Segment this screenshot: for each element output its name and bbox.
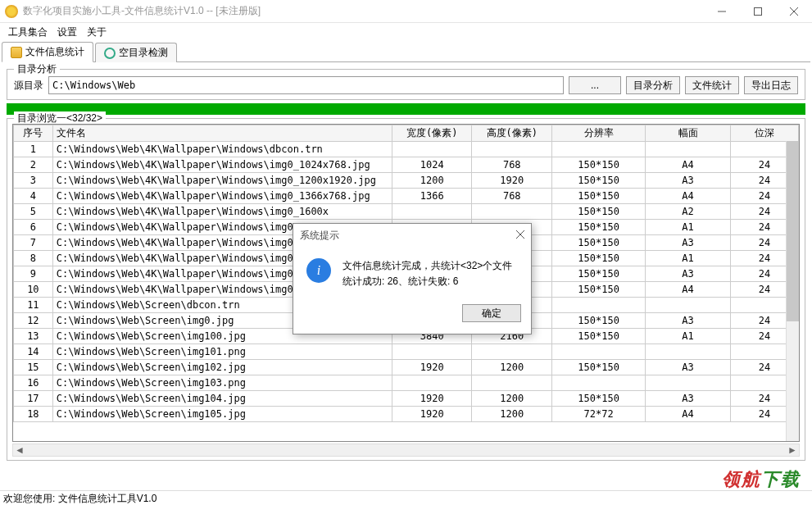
- cell-fmt: A3: [646, 391, 731, 407]
- window-title: 数字化项目实施小工具-文件信息统计V1.0 -- [未注册版]: [23, 4, 704, 18]
- cell-fmt: [646, 298, 731, 313]
- cell-name: C:\Windows\Web\Screen\img104.jpg: [52, 391, 392, 407]
- analyze-button[interactable]: 目录分析: [626, 76, 680, 94]
- dialog-titlebar[interactable]: 系统提示: [293, 224, 531, 247]
- cell-idx: 5: [14, 204, 53, 220]
- cell-w: 1920: [392, 391, 472, 407]
- source-dir-input[interactable]: [48, 76, 564, 94]
- cell-fmt: A3: [646, 266, 731, 282]
- table-row[interactable]: 16C:\Windows\Web\Screen\img103.png: [14, 375, 799, 391]
- tab-label: 文件信息统计: [25, 45, 84, 59]
- svg-rect-0: [755, 7, 762, 15]
- menu-about[interactable]: 关于: [82, 24, 111, 41]
- section-legend: 目录分析: [14, 62, 60, 76]
- cell-fmt: A1: [646, 251, 731, 266]
- tab-file-stats[interactable]: 文件信息统计: [2, 42, 93, 62]
- cell-res: 150*150: [552, 329, 646, 344]
- cell-idx: 11: [14, 298, 53, 313]
- cell-name: C:\Windows\Web\Screen\img103.png: [52, 375, 392, 391]
- watermark-logo: 领航下载: [722, 467, 801, 492]
- status-bar: 欢迎您使用: 文件信息统计工具V1.0: [0, 490, 812, 505]
- cell-h: 1200: [472, 360, 552, 375]
- table-row[interactable]: 3C:\Windows\Web\4K\Wallpaper\Windows\img…: [14, 173, 799, 189]
- stat-button[interactable]: 文件统计: [685, 76, 739, 94]
- table-row[interactable]: 18C:\Windows\Web\Screen\img105.jpg192012…: [14, 407, 799, 422]
- cell-res: [552, 298, 646, 313]
- cell-fmt: A3: [646, 360, 731, 375]
- cell-w: 1920: [392, 360, 472, 375]
- menu-settings[interactable]: 设置: [52, 24, 82, 41]
- cell-res: 150*150: [552, 251, 646, 266]
- cell-w: [392, 142, 472, 157]
- dialog-close-button[interactable]: [516, 230, 524, 241]
- col-width[interactable]: 宽度(像素): [392, 125, 472, 142]
- table-row[interactable]: 4C:\Windows\Web\4K\Wallpaper\Windows\img…: [14, 189, 799, 204]
- cell-res: 150*150: [552, 204, 646, 220]
- cell-res: [552, 375, 646, 391]
- cell-h: [472, 204, 552, 220]
- cell-fmt: A2: [646, 204, 731, 220]
- cell-res: 150*150: [552, 391, 646, 407]
- cell-fmt: A3: [646, 235, 731, 251]
- col-resolution[interactable]: 分辨率: [552, 125, 646, 142]
- table-row[interactable]: 2C:\Windows\Web\4K\Wallpaper\Windows\img…: [14, 157, 799, 173]
- cell-fmt: A4: [646, 282, 731, 298]
- cell-idx: 6: [14, 220, 53, 235]
- cell-idx: 16: [14, 375, 53, 391]
- col-height[interactable]: 高度(像素): [472, 125, 552, 142]
- cell-name: C:\Windows\Web\Screen\img105.jpg: [52, 407, 392, 422]
- scroll-left-icon[interactable]: ◄: [13, 444, 26, 457]
- dialog-title: 系统提示: [300, 229, 339, 243]
- cell-h: [472, 375, 552, 391]
- refresh-icon: [104, 48, 116, 59]
- cell-res: [552, 142, 646, 157]
- export-button[interactable]: 导出日志: [744, 76, 798, 94]
- close-button[interactable]: [776, 0, 812, 23]
- dir-analysis-section: 目录分析 源目录 ... 目录分析 文件统计 导出日志: [7, 69, 805, 100]
- tab-strip: 文件信息统计 空目录检测: [2, 43, 810, 62]
- cell-res: 150*150: [552, 220, 646, 235]
- cell-fmt: A4: [646, 407, 731, 422]
- cell-res: 150*150: [552, 282, 646, 298]
- cell-fmt: [646, 344, 731, 360]
- cell-res: 150*150: [552, 235, 646, 251]
- horizontal-scrollbar[interactable]: ◄ ►: [12, 444, 800, 457]
- cell-name: C:\Windows\Web\Screen\img101.png: [52, 344, 392, 360]
- cell-fmt: A4: [646, 157, 731, 173]
- cell-w: 1366: [392, 189, 472, 204]
- table-row[interactable]: 15C:\Windows\Web\Screen\img102.jpg192012…: [14, 360, 799, 375]
- vertical-scrollbar[interactable]: [786, 141, 799, 441]
- table-row[interactable]: 5C:\Windows\Web\4K\Wallpaper\Windows\img…: [14, 204, 799, 220]
- cell-fmt: [646, 142, 731, 157]
- dialog-ok-button[interactable]: 确定: [462, 304, 521, 322]
- maximize-button[interactable]: [740, 0, 776, 23]
- col-filename[interactable]: 文件名: [52, 125, 392, 142]
- cell-w: [392, 204, 472, 220]
- cell-idx: 13: [14, 329, 53, 344]
- menu-tools[interactable]: 工具集合: [3, 24, 52, 41]
- source-dir-label: 源目录: [14, 79, 43, 93]
- cell-w: [392, 344, 472, 360]
- table-row[interactable]: 17C:\Windows\Web\Screen\img104.jpg192012…: [14, 391, 799, 407]
- cell-fmt: [646, 375, 731, 391]
- cell-h: 768: [472, 157, 552, 173]
- cell-idx: 12: [14, 313, 53, 329]
- browse-button[interactable]: ...: [569, 76, 621, 94]
- cell-idx: 14: [14, 344, 53, 360]
- table-row[interactable]: 14C:\Windows\Web\Screen\img101.png: [14, 344, 799, 360]
- col-index[interactable]: 序号: [14, 125, 53, 142]
- cell-name: C:\Windows\Web\4K\Wallpaper\Windows\img0…: [52, 189, 392, 204]
- col-bitdepth[interactable]: 位深: [730, 125, 798, 142]
- table-header-row: 序号 文件名 宽度(像素) 高度(像素) 分辨率 幅面 位深: [14, 125, 799, 142]
- tab-empty-dir[interactable]: 空目录检测: [95, 43, 177, 62]
- cell-idx: 17: [14, 391, 53, 407]
- col-format[interactable]: 幅面: [646, 125, 731, 142]
- cell-name: C:\Windows\Web\4K\Wallpaper\Windows\img0…: [52, 157, 392, 173]
- table-row[interactable]: 1C:\Windows\Web\4K\Wallpaper\Windows\dbc…: [14, 142, 799, 157]
- minimize-button[interactable]: [704, 0, 740, 23]
- scroll-right-icon[interactable]: ►: [786, 444, 799, 457]
- system-dialog: 系统提示 i 文件信息统计完成，共统计<32>个文件 统计成功: 26、统计失败…: [293, 223, 532, 334]
- cell-h: 1920: [472, 173, 552, 189]
- cell-name: C:\Windows\Web\Screen\img102.jpg: [52, 360, 392, 375]
- cell-idx: 2: [14, 157, 53, 173]
